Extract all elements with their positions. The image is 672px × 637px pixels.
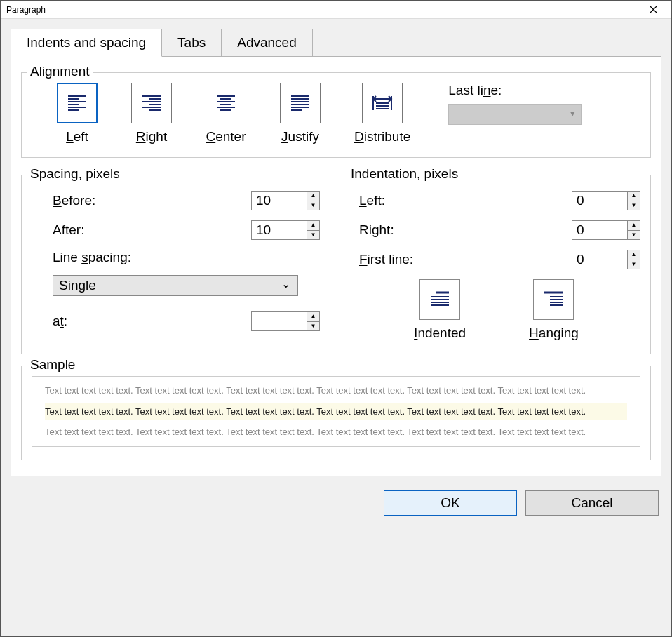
tab-tabs[interactable]: Tabs bbox=[162, 29, 222, 57]
close-icon bbox=[650, 6, 657, 13]
align-justify-icon bbox=[290, 95, 311, 112]
tab-advanced[interactable]: Advanced bbox=[222, 29, 313, 57]
align-left-icon bbox=[67, 95, 88, 112]
align-right-label: Right bbox=[136, 129, 167, 145]
sample-legend: Sample bbox=[27, 357, 78, 373]
alignment-legend: Alignment bbox=[27, 64, 93, 79]
dialog-buttons: OK Cancel bbox=[11, 490, 661, 516]
close-button[interactable] bbox=[639, 1, 667, 19]
indent-right-label: Right: bbox=[352, 222, 572, 238]
ok-button[interactable]: OK bbox=[384, 490, 517, 516]
indent-right-up[interactable]: ▲ bbox=[628, 221, 640, 231]
indent-left-spinner[interactable]: ▲▼ bbox=[572, 191, 640, 210]
first-line-up[interactable]: ▲ bbox=[628, 250, 640, 260]
indent-right-input[interactable] bbox=[572, 221, 627, 239]
lastline-label: Last line: bbox=[448, 83, 502, 98]
content-area: Indents and spacing Tabs Advanced Alignm… bbox=[1, 19, 671, 636]
after-spinner[interactable]: ▲▼ bbox=[251, 220, 320, 240]
indent-legend: Indentation, pixels bbox=[348, 166, 461, 182]
after-input[interactable] bbox=[252, 221, 307, 239]
sample-para-3: Text text text text text. Text text text… bbox=[45, 427, 586, 437]
indent-left-up[interactable]: ▲ bbox=[628, 192, 640, 201]
line-spacing-select[interactable]: Single bbox=[53, 275, 298, 296]
tabstrip: Indents and spacing Tabs Advanced bbox=[11, 29, 661, 57]
align-right-icon bbox=[141, 95, 162, 112]
indent-right-spinner[interactable]: ▲▼ bbox=[572, 220, 640, 240]
align-left-button[interactable] bbox=[57, 83, 98, 123]
titlebar: Paragraph bbox=[1, 1, 671, 19]
before-spinner[interactable]: ▲▼ bbox=[251, 191, 320, 210]
window-title: Paragraph bbox=[6, 5, 46, 15]
at-spinner[interactable]: ▲▼ bbox=[251, 311, 320, 331]
at-label: at: bbox=[32, 314, 251, 329]
hanging-label: Hanging bbox=[529, 326, 579, 341]
before-up[interactable]: ▲ bbox=[307, 192, 319, 201]
indent-right-down[interactable]: ▼ bbox=[628, 231, 640, 240]
at-up[interactable]: ▲ bbox=[307, 312, 319, 322]
after-label: After: bbox=[32, 222, 251, 238]
first-line-label: First line: bbox=[352, 252, 572, 267]
align-left-label: Left bbox=[66, 129, 88, 145]
sample-group: Sample Text text text text text. Text te… bbox=[21, 366, 651, 460]
align-justify-label: Justify bbox=[281, 129, 319, 145]
first-line-spinner[interactable]: ▲▼ bbox=[572, 250, 640, 269]
align-distribute-button[interactable] bbox=[362, 83, 403, 123]
spacing-legend: Spacing, pixels bbox=[27, 166, 123, 182]
first-line-input[interactable] bbox=[572, 250, 627, 269]
at-down[interactable]: ▼ bbox=[307, 322, 319, 331]
align-justify-button[interactable] bbox=[280, 83, 321, 123]
line-spacing-label: Line spacing: bbox=[32, 250, 320, 265]
indent-left-label: Left: bbox=[352, 193, 572, 208]
align-center-icon bbox=[215, 95, 236, 112]
align-distribute-label: Distribute bbox=[354, 129, 410, 145]
indented-button[interactable] bbox=[419, 279, 460, 320]
sample-para-2: Text text text text text. Text text text… bbox=[45, 403, 627, 420]
indented-label: Indented bbox=[414, 326, 466, 341]
before-input[interactable] bbox=[252, 192, 307, 210]
align-center-label: Center bbox=[206, 129, 246, 145]
before-down[interactable]: ▼ bbox=[307, 201, 319, 210]
after-up[interactable]: ▲ bbox=[307, 221, 319, 231]
indent-left-input[interactable] bbox=[572, 192, 627, 210]
lastline-select[interactable] bbox=[448, 104, 582, 125]
cancel-button[interactable]: Cancel bbox=[525, 490, 659, 516]
sample-para-1: Text text text text text. Text text text… bbox=[45, 385, 586, 396]
first-line-down[interactable]: ▼ bbox=[628, 260, 640, 269]
after-down[interactable]: ▼ bbox=[307, 231, 319, 240]
indent-left-down[interactable]: ▼ bbox=[628, 201, 640, 210]
tab-indents-spacing[interactable]: Indents and spacing bbox=[11, 29, 162, 57]
hanging-icon bbox=[543, 291, 564, 308]
spacing-group: Spacing, pixels Before: ▲▼ After: ▲▼ bbox=[21, 175, 330, 354]
tab-panel: Alignment Left Right bbox=[11, 56, 661, 476]
align-center-button[interactable] bbox=[206, 83, 246, 123]
align-distribute-icon bbox=[372, 93, 393, 113]
sample-preview: Text text text text text. Text text text… bbox=[32, 376, 640, 447]
indent-group: Indentation, pixels Left: ▲▼ Right: ▲▼ bbox=[342, 175, 651, 354]
indented-icon bbox=[429, 291, 450, 308]
before-label: Before: bbox=[32, 193, 251, 208]
hanging-button[interactable] bbox=[533, 279, 574, 320]
at-input[interactable] bbox=[252, 312, 307, 330]
align-right-button[interactable] bbox=[131, 83, 172, 123]
alignment-group: Alignment Left Right bbox=[21, 72, 651, 158]
